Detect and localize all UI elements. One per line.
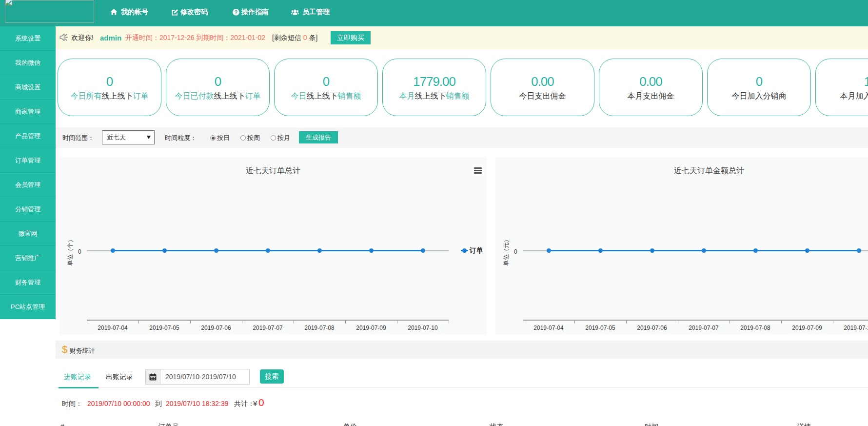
svg-text:?: ? xyxy=(235,9,237,15)
